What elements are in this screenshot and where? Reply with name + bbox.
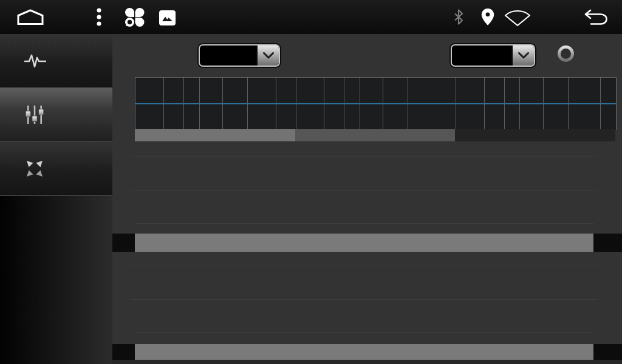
bottom-filler — [112, 360, 622, 364]
fab-arrows-icon — [24, 158, 45, 179]
freq-strip-segment — [455, 129, 615, 141]
graph-gridline — [519, 78, 520, 130]
q-value-row — [112, 344, 622, 360]
scroll-bands-right-button[interactable] — [593, 234, 622, 252]
graph-gridline — [276, 78, 276, 130]
status-bar — [0, 0, 622, 35]
freq-strip-segment — [295, 129, 456, 141]
home-icon[interactable] — [16, 9, 44, 25]
eq-response-line — [135, 103, 616, 104]
q-row-left-endbox — [112, 344, 135, 360]
graph-gridline — [222, 78, 223, 130]
graph-gridline — [543, 78, 544, 130]
gallery-icon[interactable] — [159, 10, 176, 26]
eq-waveform-icon — [24, 52, 46, 69]
y-tick-label — [112, 71, 132, 83]
scroll-bands-left-button[interactable] — [112, 234, 135, 252]
chevron-down-icon — [511, 46, 534, 66]
band-num-value — [200, 46, 256, 66]
wifi-icon — [504, 10, 531, 27]
graph-gridline — [296, 78, 296, 130]
sidebar-item-curve[interactable] — [0, 88, 112, 142]
graph-gridline — [504, 78, 505, 130]
q-values — [135, 344, 593, 360]
graph-gridline — [383, 78, 383, 130]
overflow-menu-icon[interactable] — [96, 7, 102, 27]
location-icon — [480, 8, 495, 26]
chevron-down-icon — [256, 46, 279, 66]
graph-gridline — [456, 78, 456, 130]
custom-type-value — [452, 46, 511, 66]
gain-value-row — [112, 234, 622, 252]
sidebar — [0, 34, 112, 364]
q-row-right-endbox — [593, 344, 622, 360]
graph-gridline — [324, 78, 324, 130]
graph-gridline — [344, 78, 344, 130]
graph-gridline — [360, 78, 360, 130]
graph-gridline — [163, 78, 164, 130]
apps-clover-icon[interactable] — [124, 7, 147, 27]
frequency-axis — [135, 129, 615, 141]
curve-panel — [112, 34, 622, 364]
dsp-screen — [0, 0, 622, 364]
freq-strip-segment — [135, 129, 295, 141]
y-tick-label — [112, 96, 132, 109]
graph-gridline — [568, 78, 569, 130]
sidebar-item-eq[interactable] — [0, 34, 112, 88]
sidebar-item-fab[interactable] — [0, 142, 112, 196]
back-icon[interactable] — [583, 8, 609, 25]
y-tick-label — [112, 122, 132, 134]
eq-curve-plot — [135, 77, 617, 130]
graph-gridline — [484, 78, 485, 130]
graph-gridline — [199, 78, 200, 130]
reset-radio[interactable] — [558, 46, 574, 62]
band-num-dropdown[interactable] — [199, 44, 280, 67]
gain-values — [135, 234, 593, 252]
graph-gridline — [247, 78, 248, 130]
graph-gridline — [600, 78, 601, 130]
graph-gridline — [183, 78, 184, 130]
graph-gridline — [408, 78, 408, 130]
gain-sliders — [135, 157, 593, 224]
curve-sliders-icon — [24, 104, 45, 125]
q-sliders — [135, 266, 593, 333]
bluetooth-icon — [452, 8, 465, 25]
custom-type-dropdown[interactable] — [451, 44, 535, 67]
